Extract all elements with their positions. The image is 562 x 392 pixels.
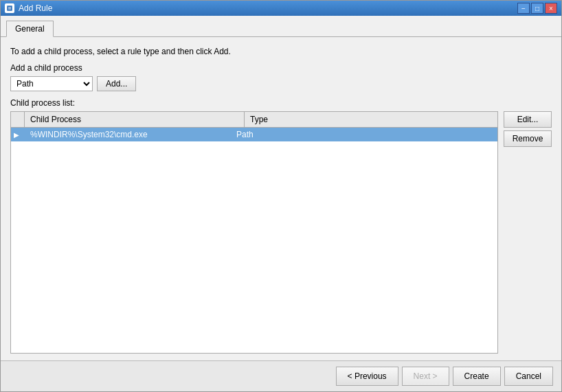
child-process-section: Child process list: Child Process Type ▶… xyxy=(10,98,552,354)
previous-button[interactable]: < Previous xyxy=(336,367,398,386)
app-icon xyxy=(5,3,14,13)
add-button[interactable]: Add... xyxy=(97,76,136,91)
next-button[interactable]: Next > xyxy=(402,367,449,386)
minimize-button[interactable]: − xyxy=(517,3,530,14)
bottom-bar: < Previous Next > Create Cancel xyxy=(1,360,561,391)
row-type: Path xyxy=(231,128,497,141)
edit-button[interactable]: Edit... xyxy=(504,111,552,128)
main-window: Add Rule − □ × General To add a child pr… xyxy=(0,0,562,392)
side-buttons: Edit... Remove xyxy=(504,111,552,354)
cancel-button[interactable]: Cancel xyxy=(504,367,553,386)
child-list-label: Child process list: xyxy=(10,98,552,108)
window-title: Add Rule xyxy=(19,3,52,13)
title-bar: Add Rule − □ × xyxy=(1,1,561,16)
table-with-buttons: Child Process Type ▶ %WINDIR%\System32\c… xyxy=(10,111,552,354)
table-row[interactable]: ▶ %WINDIR%\System32\cmd.exe Path xyxy=(11,128,497,141)
content-area: To add a child process, select a rule ty… xyxy=(1,37,561,360)
row-child-process: %WINDIR%\System32\cmd.exe xyxy=(25,128,231,141)
table-body: ▶ %WINDIR%\System32\cmd.exe Path xyxy=(11,128,497,353)
remove-button[interactable]: Remove xyxy=(504,130,552,147)
instruction-text: To add a child process, select a rule ty… xyxy=(10,47,552,56)
row-expand-icon: ▶ xyxy=(11,129,25,141)
close-button[interactable]: × xyxy=(545,3,557,14)
add-child-controls: Path Publisher Hash Add... xyxy=(10,76,552,91)
svg-rect-0 xyxy=(7,5,12,11)
create-button[interactable]: Create xyxy=(453,367,501,386)
add-child-label: Add a child process xyxy=(10,63,552,73)
title-bar-controls: − □ × xyxy=(517,3,557,14)
title-bar-left: Add Rule xyxy=(5,3,52,13)
tab-general[interactable]: General xyxy=(6,21,54,37)
tab-bar: General xyxy=(1,16,561,37)
table-container: Child Process Type ▶ %WINDIR%\System32\c… xyxy=(10,111,498,354)
add-child-section: Add a child process Path Publisher Hash … xyxy=(10,63,552,91)
maximize-button[interactable]: □ xyxy=(531,3,543,14)
th-type: Type xyxy=(245,112,497,127)
tab-general-label: General xyxy=(15,24,45,34)
table-header: Child Process Type xyxy=(11,112,497,128)
th-child-process: Child Process xyxy=(25,112,245,127)
th-expand xyxy=(11,112,25,127)
rule-type-dropdown[interactable]: Path Publisher Hash xyxy=(10,76,93,91)
